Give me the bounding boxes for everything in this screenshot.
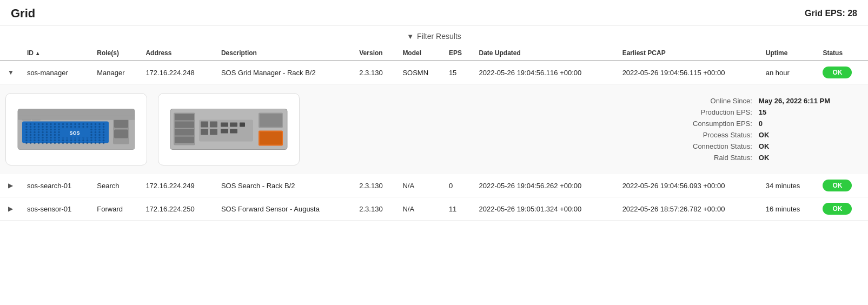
expand-cell[interactable]: ▶ xyxy=(0,174,22,197)
col-description: Description xyxy=(216,46,354,61)
svg-point-73 xyxy=(58,140,60,142)
cell-roles: Forward xyxy=(91,197,140,221)
svg-point-33 xyxy=(38,140,40,142)
expanded-inner: SOS xyxy=(5,93,863,165)
svg-point-141 xyxy=(95,129,97,131)
svg-point-56 xyxy=(50,137,52,139)
svg-rect-171 xyxy=(18,116,135,120)
expand-button[interactable]: ▶ xyxy=(6,204,15,214)
svg-point-67 xyxy=(58,123,60,125)
svg-point-51 xyxy=(50,123,52,125)
svg-point-11 xyxy=(30,123,32,125)
svg-point-76 xyxy=(62,126,64,128)
svg-point-30 xyxy=(38,131,40,134)
svg-point-62 xyxy=(54,131,56,134)
svg-point-55 xyxy=(50,134,52,136)
status-badge: OK xyxy=(823,203,852,215)
page-header: Grid Grid EPS: 28 xyxy=(0,0,868,25)
svg-point-139 xyxy=(95,123,97,125)
connection-status-label: Connection Status: xyxy=(690,141,756,152)
svg-point-74 xyxy=(58,142,60,144)
svg-point-97 xyxy=(70,140,72,142)
svg-point-99 xyxy=(74,123,76,125)
cell-address: 172.16.224.250 xyxy=(140,197,215,221)
table-row: ▶ sos-sensor-01 Forward 172.16.224.250 S… xyxy=(0,197,868,221)
svg-point-19 xyxy=(34,123,36,125)
cell-description: SOS Grid Manager - Rack B/2 xyxy=(216,61,354,84)
cell-earliest-pcap: 2022-05-26 19:04:56.115 +00:00 xyxy=(617,61,760,84)
svg-point-38 xyxy=(42,131,44,134)
svg-point-54 xyxy=(50,131,52,134)
consumption-eps-label: Consumption EPS: xyxy=(690,118,756,129)
cell-earliest-pcap: 2022-05-26 18:57:26.782 +00:00 xyxy=(617,197,760,221)
svg-point-113 xyxy=(78,140,81,142)
expand-button[interactable]: ▼ xyxy=(5,68,16,77)
cell-uptime: an hour xyxy=(760,61,818,84)
cell-version: 2.3.130 xyxy=(354,174,397,197)
svg-point-106 xyxy=(74,142,76,144)
raid-status-value: OK xyxy=(756,152,833,163)
svg-point-137 xyxy=(90,140,92,142)
svg-point-135 xyxy=(90,134,92,136)
svg-rect-176 xyxy=(175,129,194,136)
col-address: Address xyxy=(140,46,215,61)
svg-point-44 xyxy=(46,126,48,128)
col-expand xyxy=(0,46,22,61)
svg-point-154 xyxy=(98,142,101,144)
col-roles: Role(s) xyxy=(91,46,140,61)
svg-point-35 xyxy=(42,123,44,125)
production-eps-value: 15 xyxy=(756,107,833,118)
cell-address: 172.16.224.248 xyxy=(140,61,215,84)
svg-point-43 xyxy=(46,123,48,125)
svg-point-48 xyxy=(46,137,48,139)
table-row: ▶ sos-search-01 Search 172.16.224.249 SO… xyxy=(0,174,868,197)
svg-point-121 xyxy=(82,140,84,142)
col-status: Status xyxy=(817,46,868,61)
svg-point-83 xyxy=(66,123,68,125)
expand-cell[interactable]: ▼ xyxy=(0,61,22,84)
svg-rect-180 xyxy=(210,122,217,128)
svg-point-140 xyxy=(95,126,97,128)
svg-point-66 xyxy=(54,142,56,144)
cell-id: sos-sensor-01 xyxy=(22,197,91,221)
svg-point-28 xyxy=(38,126,40,128)
svg-point-17 xyxy=(30,140,32,142)
main-table: ID Role(s) Address Description Version M… xyxy=(0,46,868,221)
svg-point-18 xyxy=(30,142,32,144)
svg-point-14 xyxy=(30,131,32,134)
svg-rect-190 xyxy=(260,132,282,145)
svg-point-133 xyxy=(90,129,92,131)
svg-point-16 xyxy=(30,137,32,139)
svg-point-146 xyxy=(95,142,97,144)
svg-point-70 xyxy=(58,131,60,134)
expand-cell[interactable]: ▶ xyxy=(0,197,22,221)
svg-point-9 xyxy=(25,140,28,142)
col-id[interactable]: ID xyxy=(22,46,91,61)
cell-date-updated: 2022-05-26 19:04:56.116 +00:00 xyxy=(474,61,617,84)
svg-point-151 xyxy=(98,134,101,136)
cell-date-updated: 2022-05-26 19:05:01.324 +00:00 xyxy=(474,197,617,221)
cell-roles: Search xyxy=(91,174,140,197)
svg-point-147 xyxy=(98,123,101,125)
info-row-online-since: Online Since: May 26, 2022 6:11 PM xyxy=(690,95,833,107)
svg-point-134 xyxy=(90,131,92,134)
filter-bar[interactable]: ▼ Filter Results xyxy=(0,25,868,46)
svg-point-144 xyxy=(95,137,97,139)
svg-point-65 xyxy=(54,140,56,142)
svg-rect-174 xyxy=(175,114,194,121)
expand-button[interactable]: ▶ xyxy=(6,181,15,190)
svg-point-41 xyxy=(42,140,44,142)
svg-point-36 xyxy=(42,126,44,128)
svg-point-123 xyxy=(87,123,89,125)
col-model: Model xyxy=(397,46,443,61)
svg-point-142 xyxy=(95,131,97,134)
svg-point-13 xyxy=(30,129,32,131)
info-row-production-eps: Production EPS: 15 xyxy=(690,107,833,118)
cell-eps: 11 xyxy=(443,197,474,221)
svg-point-75 xyxy=(62,123,64,125)
svg-point-53 xyxy=(50,129,52,131)
svg-point-26 xyxy=(34,142,36,144)
cell-status: OK xyxy=(817,174,868,197)
svg-point-39 xyxy=(42,134,44,136)
svg-point-59 xyxy=(54,123,56,125)
